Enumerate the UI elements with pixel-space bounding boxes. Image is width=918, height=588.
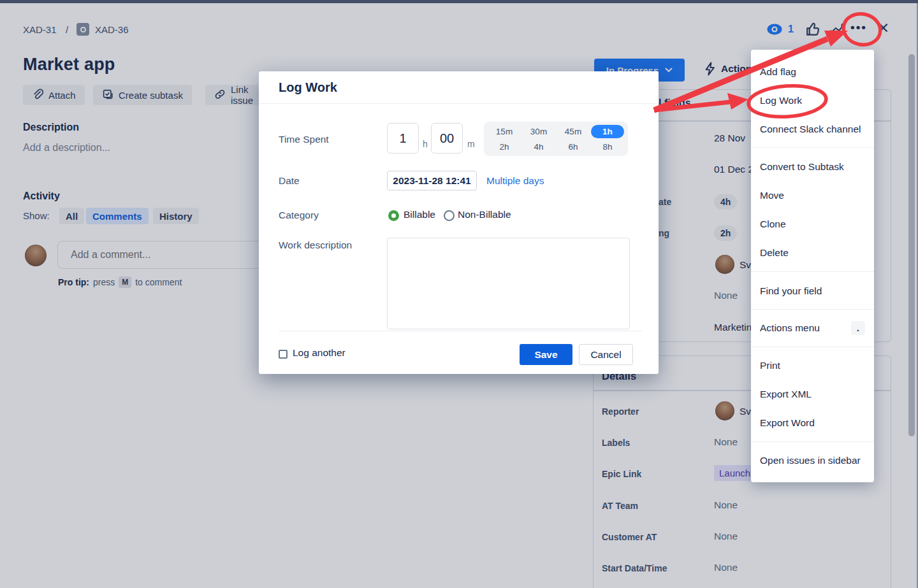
multiple-days-link[interactable]: Multiple days (486, 175, 544, 187)
log-another-label[interactable]: Log another (293, 347, 346, 359)
menu-item-connect-slack-channel[interactable]: Connect Slack channel (751, 118, 874, 140)
category-label: Category (279, 210, 319, 221)
page-scrollbar-thumb[interactable] (908, 54, 915, 436)
time-presets-group: 15m 30m 45m 1h 2h 4h 6h 8h (484, 122, 628, 156)
menu-divider (751, 347, 874, 347)
preset-8h[interactable]: 8h (591, 140, 624, 154)
work-description-textarea[interactable] (387, 238, 630, 329)
date-input[interactable] (387, 171, 477, 190)
modal-footer-divider (279, 331, 642, 331)
hours-unit: h (423, 139, 428, 149)
more-actions-menu: Add flag Log Work Connect Slack channel … (751, 50, 874, 482)
minutes-input[interactable] (431, 123, 463, 154)
menu-divider (751, 271, 874, 272)
jira-issue-view: XAD-31 / XAD-36 1 ••• ✕ Market app Attac… (0, 0, 918, 588)
date-label: Date (279, 175, 300, 187)
menu-item-print[interactable]: Print (751, 355, 874, 376)
menu-item-export-word[interactable]: Export Word (751, 412, 874, 434)
preset-30m[interactable]: 30m (522, 125, 555, 138)
menu-item-delete[interactable]: Delete (751, 242, 874, 264)
menu-item-export-xml[interactable]: Export XML (751, 384, 874, 405)
actions-menu-label: Actions menu (760, 322, 820, 334)
menu-item-convert-to-subtask[interactable]: Convert to Subtask (751, 156, 874, 178)
preset-4h[interactable]: 4h (522, 140, 555, 154)
menu-item-log-work[interactable]: Log Work (751, 90, 874, 111)
menu-item-add-flag[interactable]: Add flag (751, 61, 874, 83)
preset-6h[interactable]: 6h (557, 140, 590, 154)
actions-menu-shortcut-key: . (851, 321, 865, 335)
preset-15m[interactable]: 15m (488, 125, 521, 138)
preset-1h-selected[interactable]: 1h (591, 125, 624, 138)
billable-label[interactable]: Billable (404, 209, 435, 220)
log-another-checkbox[interactable] (279, 350, 288, 359)
modal-title-divider (259, 103, 659, 104)
menu-item-move[interactable]: Move (751, 185, 874, 206)
menu-divider (751, 309, 874, 310)
preset-45m[interactable]: 45m (557, 125, 590, 138)
modal-title: Log Work (279, 80, 337, 95)
preset-2h[interactable]: 2h (488, 140, 521, 154)
work-description-label: Work description (279, 240, 352, 251)
cancel-button[interactable]: Cancel (579, 344, 633, 365)
time-spent-label: Time Spent (279, 134, 329, 145)
window-top-edge (0, 0, 918, 3)
non-billable-radio[interactable] (444, 210, 455, 221)
log-work-modal: Log Work Time Spent h m 15m 30m 45m 1h 2… (259, 71, 659, 374)
menu-item-open-issues-in-sidebar[interactable]: Open issues in sidebar (751, 450, 874, 471)
minutes-unit: m (467, 139, 475, 149)
menu-item-find-your-field[interactable]: Find your field (751, 280, 874, 302)
menu-divider (751, 441, 874, 442)
menu-divider (751, 147, 874, 148)
menu-item-clone[interactable]: Clone (751, 213, 874, 235)
hours-input[interactable] (387, 123, 419, 154)
save-button[interactable]: Save (520, 344, 572, 365)
billable-radio-checked[interactable] (388, 210, 399, 221)
menu-item-actions-menu[interactable]: Actions menu . (751, 317, 874, 339)
non-billable-label[interactable]: Non-Billable (458, 209, 511, 220)
